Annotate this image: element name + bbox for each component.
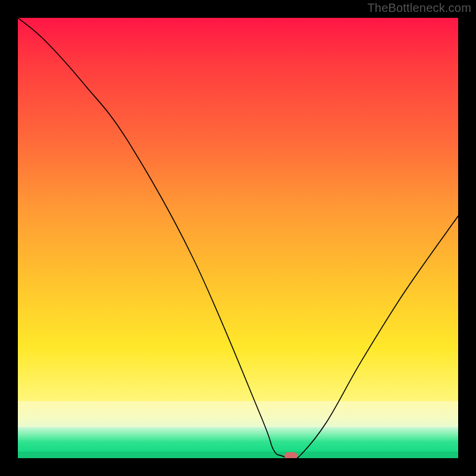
optimum-marker bbox=[284, 452, 298, 458]
watermark-text: TheBottleneck.com bbox=[367, 1, 471, 15]
bottleneck-curve-path bbox=[18, 18, 458, 458]
curve-svg bbox=[18, 18, 458, 458]
plot-area bbox=[18, 18, 458, 458]
chart-frame: TheBottleneck.com bbox=[0, 0, 476, 476]
